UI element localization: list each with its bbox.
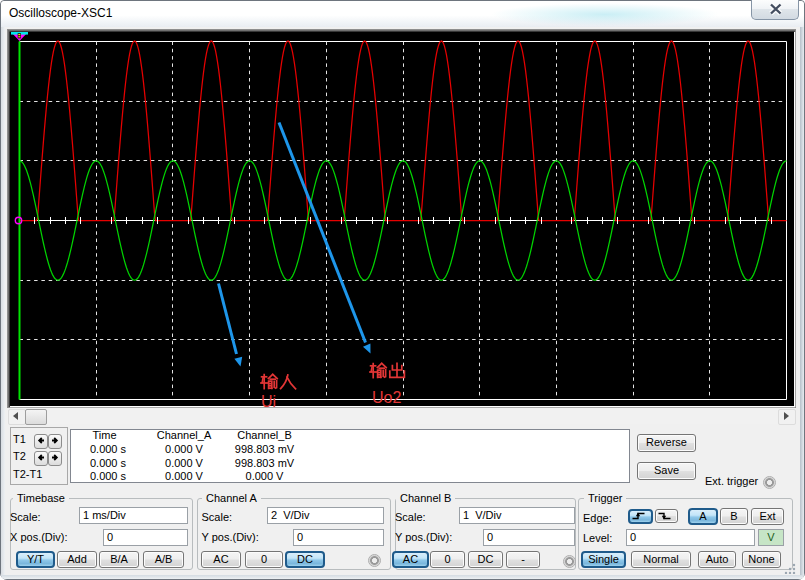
svg-text:Uo2: Uo2: [372, 389, 401, 406]
svg-text:Ui: Ui: [261, 393, 276, 409]
